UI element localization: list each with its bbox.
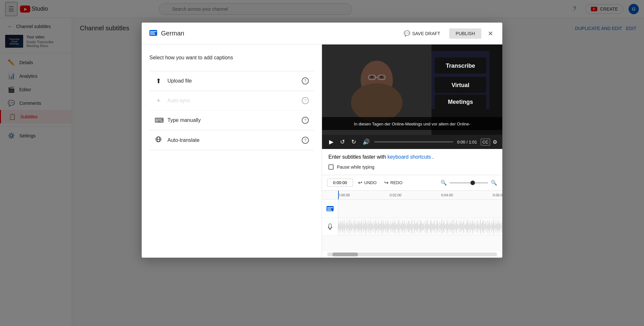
svg-rect-76	[373, 223, 373, 230]
svg-rect-184	[451, 223, 451, 231]
close-dialog-button[interactable]: ✕	[487, 28, 495, 39]
svg-rect-248	[498, 220, 498, 233]
svg-rect-67	[366, 223, 366, 230]
svg-rect-77	[373, 225, 374, 228]
svg-rect-165	[437, 222, 438, 231]
svg-rect-249	[499, 224, 499, 229]
svg-rect-148	[425, 221, 425, 232]
svg-rect-252	[501, 225, 501, 228]
svg-rect-78	[374, 222, 374, 232]
svg-rect-81	[376, 223, 376, 230]
svg-rect-201	[464, 220, 464, 233]
svg-rect-146	[423, 223, 424, 231]
svg-rect-213	[472, 220, 473, 233]
svg-rect-188	[454, 223, 454, 230]
auto-translate-help-icon[interactable]: ?	[302, 137, 309, 144]
svg-rect-227	[483, 222, 483, 232]
svg-rect-94	[385, 221, 386, 232]
forward-button[interactable]: ↻	[349, 138, 358, 146]
dialog-header-actions: 💬 SAVE DRAFT PUBLISH ✕	[400, 28, 495, 39]
svg-rect-160	[434, 223, 434, 230]
svg-rect-141	[420, 222, 420, 232]
svg-rect-223	[480, 222, 480, 231]
svg-rect-29	[338, 224, 338, 229]
svg-rect-62	[362, 225, 363, 229]
publish-button[interactable]: PUBLISH	[449, 28, 481, 39]
cc-button[interactable]: CC	[481, 139, 490, 145]
svg-rect-117	[402, 221, 402, 232]
rewind-button[interactable]: ↺	[338, 138, 347, 146]
svg-rect-164	[437, 220, 437, 233]
undo-button[interactable]: ↩ UNDO	[355, 178, 379, 187]
svg-rect-80	[375, 220, 376, 233]
redo-icon: ↪	[384, 180, 388, 186]
type-manually-help-icon[interactable]: ?	[302, 117, 309, 124]
svg-rect-108	[396, 225, 396, 229]
svg-rect-119	[404, 224, 404, 229]
svg-rect-83	[377, 225, 378, 229]
left-panel: Select how you want to add captions ⬆ Up…	[142, 44, 322, 258]
svg-rect-27	[327, 209, 331, 209]
svg-rect-107	[395, 220, 395, 233]
zoom-out-icon[interactable]: 🔍	[440, 180, 447, 186]
svg-rect-104	[393, 221, 393, 232]
play-button[interactable]: ▶	[327, 138, 336, 146]
svg-rect-95	[386, 224, 387, 229]
svg-point-19	[380, 75, 383, 78]
redo-label: REDO	[390, 180, 402, 185]
svg-rect-138	[418, 221, 418, 232]
caption-option-auto-translate[interactable]: Auto-translate ?	[149, 130, 314, 150]
svg-rect-92	[384, 223, 384, 230]
svg-rect-100	[390, 225, 390, 228]
svg-rect-197	[461, 221, 461, 232]
left-panel-title: Select how you want to add captions	[149, 55, 314, 61]
svg-rect-124	[407, 224, 408, 229]
svg-rect-237	[490, 223, 490, 230]
svg-rect-121	[405, 223, 406, 230]
mute-button[interactable]: 🔊	[361, 138, 372, 146]
redo-button[interactable]: ↪ REDO	[382, 178, 405, 187]
keyboard-shortcuts-link[interactable]: keyboard shortcuts	[387, 154, 431, 160]
timeline-scroll-thumb[interactable]	[332, 252, 358, 256]
svg-rect-242	[494, 220, 494, 234]
svg-rect-53	[355, 223, 356, 230]
time-input[interactable]	[327, 179, 353, 187]
pause-while-typing-checkbox[interactable]	[328, 164, 334, 170]
svg-rect-60	[361, 222, 361, 231]
svg-rect-89	[382, 220, 382, 234]
svg-rect-212	[472, 223, 472, 231]
svg-rect-179	[448, 222, 448, 231]
caption-option-type-manually[interactable]: ⌨ Type manually ?	[149, 111, 314, 130]
svg-rect-156	[431, 220, 431, 233]
svg-rect-84	[378, 221, 379, 232]
upload-help-icon[interactable]: ?	[302, 77, 309, 84]
svg-rect-222	[479, 225, 479, 229]
svg-rect-136	[416, 222, 417, 231]
zoom-in-icon[interactable]: 🔍	[491, 180, 497, 186]
timeline-scrollbar[interactable]	[327, 252, 497, 256]
svg-rect-233	[487, 221, 487, 232]
svg-rect-178	[447, 220, 447, 233]
svg-rect-185	[452, 221, 452, 232]
svg-rect-131	[412, 225, 413, 229]
svg-text:Transcribe: Transcribe	[446, 63, 475, 69]
audio-track: // We'll draw this with inline SVG rects	[322, 218, 502, 236]
zoom-slider[interactable]	[450, 182, 488, 183]
svg-rect-43	[348, 225, 349, 229]
svg-rect-211	[471, 224, 471, 229]
auto-sync-label: Auto-sync	[167, 98, 302, 104]
svg-rect-42	[347, 221, 348, 232]
svg-rect-246	[497, 224, 497, 229]
caption-option-upload[interactable]: ⬆ Upload file ?	[149, 71, 314, 91]
zoom-area: 🔍 🔍	[440, 180, 497, 186]
progress-bar[interactable]	[374, 141, 453, 143]
svg-rect-214	[473, 224, 473, 229]
svg-rect-174	[444, 221, 444, 232]
svg-rect-41	[347, 224, 347, 229]
svg-rect-106	[394, 222, 395, 231]
settings-icon[interactable]: ⚙	[493, 139, 497, 145]
svg-rect-171	[442, 220, 442, 234]
save-draft-button[interactable]: 💬 SAVE DRAFT	[400, 28, 444, 39]
svg-rect-109	[396, 223, 397, 230]
svg-rect-130	[412, 220, 412, 234]
